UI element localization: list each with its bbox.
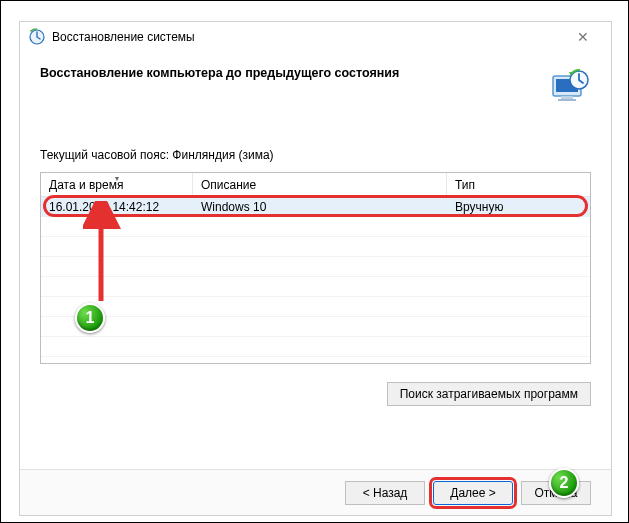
empty-row bbox=[41, 217, 590, 237]
empty-row bbox=[41, 297, 590, 317]
timezone-label: Текущий часовой пояс: Финляндия (зима) bbox=[40, 148, 591, 162]
header: Восстановление компьютера до предыдущего… bbox=[20, 52, 611, 118]
system-restore-window: Восстановление системы ✕ Восстановление … bbox=[19, 21, 612, 516]
column-header-desc-label: Описание bbox=[201, 178, 256, 192]
cell-date: 16.01.2019 14:42:12 bbox=[41, 200, 193, 214]
empty-row bbox=[41, 337, 590, 357]
table-row[interactable]: 16.01.2019 14:42:12 Windows 10 Вручную bbox=[41, 197, 590, 217]
svg-rect-5 bbox=[558, 99, 576, 101]
back-button[interactable]: < Назад bbox=[345, 481, 425, 505]
empty-row bbox=[41, 237, 590, 257]
column-header-date-label: Дата и время bbox=[49, 178, 123, 192]
column-header-description[interactable]: Описание bbox=[193, 173, 447, 196]
content-area: Текущий часовой пояс: Финляндия (зима) ▾… bbox=[20, 118, 611, 368]
column-header-type-label: Тип bbox=[455, 178, 475, 192]
wizard-footer: < Назад Далее > Отмена bbox=[20, 469, 611, 515]
column-header-type[interactable]: Тип bbox=[447, 173, 590, 196]
titlebar: Восстановление системы ✕ bbox=[20, 22, 611, 52]
app-icon bbox=[28, 28, 46, 46]
svg-rect-4 bbox=[561, 96, 573, 99]
page-heading: Восстановление компьютера до предыдущего… bbox=[40, 66, 549, 80]
scan-affected-button[interactable]: Поиск затрагиваемых программ bbox=[387, 382, 591, 406]
empty-row bbox=[41, 257, 590, 277]
cell-type: Вручную bbox=[447, 200, 590, 214]
cancel-button[interactable]: Отмена bbox=[521, 481, 591, 505]
column-header-date[interactable]: ▾ Дата и время bbox=[41, 173, 193, 196]
cell-description: Windows 10 bbox=[193, 200, 447, 214]
empty-row bbox=[41, 317, 590, 337]
next-button[interactable]: Далее > bbox=[433, 481, 513, 505]
empty-row bbox=[41, 277, 590, 297]
restore-points-table: ▾ Дата и время Описание Тип 16.01.2019 1… bbox=[40, 172, 591, 364]
close-icon[interactable]: ✕ bbox=[563, 29, 603, 45]
table-body: 16.01.2019 14:42:12 Windows 10 Вручную bbox=[41, 197, 590, 357]
restore-icon bbox=[549, 66, 591, 108]
window-title: Восстановление системы bbox=[52, 30, 195, 44]
table-header: ▾ Дата и время Описание Тип bbox=[41, 173, 590, 197]
affected-programs-row: Поиск затрагиваемых программ bbox=[20, 368, 611, 420]
sort-caret-icon: ▾ bbox=[115, 174, 119, 183]
